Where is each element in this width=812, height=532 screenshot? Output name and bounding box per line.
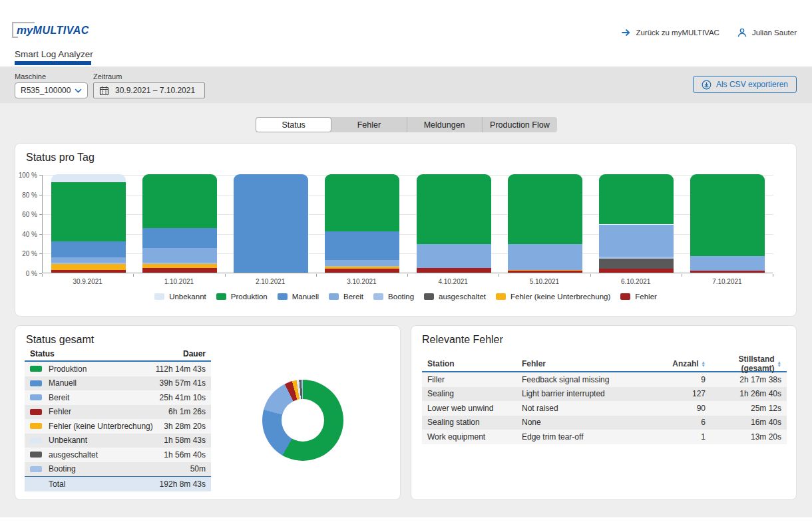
legend-item-unbekannt: Unbekannt <box>154 293 206 301</box>
bar-segment-bereit[interactable] <box>51 257 126 263</box>
legend-item-fehler-keine-unterbrechung: Fehler (keine Unterbrechung) <box>496 293 610 301</box>
status-gesamt-table: StatusDauerProduktion112h 14m 43sManuell… <box>25 347 211 491</box>
legend-swatch-fehler-keine-unterbrechung <box>496 293 506 300</box>
legend-label: Booting <box>388 293 414 301</box>
status-duration: 25h 41m 10s <box>160 393 206 402</box>
bar-segment-fehler[interactable] <box>325 269 399 273</box>
page: myMULTIVAC Zurück zu myMULTIVAC Julian S… <box>0 0 812 532</box>
bar-segment-bereit[interactable] <box>417 244 491 268</box>
machine-value: R535_100000 <box>21 86 71 95</box>
bar-segment-produktion[interactable] <box>325 174 399 231</box>
bar-segment-produktion[interactable] <box>142 174 217 228</box>
bar-segment-manuell[interactable] <box>234 174 308 273</box>
my-multivac-logo: myMULTIVAC <box>15 24 89 41</box>
bar-segment-fehler[interactable] <box>417 268 491 273</box>
cell-stillstand: 16m 40s <box>706 418 787 427</box>
table-row: Lower web unwindNot raised9025m 12s <box>422 401 787 416</box>
tab-fehler[interactable]: Fehler <box>331 117 406 132</box>
status-duration: 1h 58m 43s <box>164 436 206 445</box>
tab-status[interactable]: Status <box>256 117 331 132</box>
header-actions: Zurück zu myMULTIVAC Julian Sauter <box>622 27 797 38</box>
bar-segment-booting[interactable] <box>51 263 126 264</box>
cell-anzahl: 6 <box>652 418 706 427</box>
cell-fehler: Edge trim tear-off <box>522 432 652 442</box>
bar-segment-fehler[interactable] <box>508 271 582 273</box>
bar-segment-produktion[interactable] <box>51 182 126 241</box>
arrow-right-icon <box>622 29 631 37</box>
table-row: Fehler6h 1m 26s <box>25 405 211 420</box>
app-header: myMULTIVAC Zurück zu myMULTIVAC Julian S… <box>0 0 812 66</box>
x-axis-label: 2.10.2021 <box>225 278 316 285</box>
x-axis-label: 4.10.2021 <box>407 278 499 285</box>
y-axis-label: 100 % <box>15 172 37 179</box>
x-axis-label: 3.10.2021 <box>316 278 407 285</box>
table-header: StatusDauer <box>25 347 211 362</box>
y-axis-tick <box>39 253 42 254</box>
column-header-stillstand-gesamt[interactable]: Stillstand (gesamt)▲▼ <box>706 354 787 373</box>
back-to-mymultivac-link[interactable]: Zurück zu myMULTIVAC <box>622 29 719 37</box>
sort-icon[interactable]: ▲▼ <box>777 360 781 367</box>
machine-select[interactable]: R535_100000 <box>15 82 88 98</box>
bar-segment-fehler[interactable] <box>51 270 126 273</box>
x-axis-label: 5.10.2021 <box>499 278 590 285</box>
tab-production-flow[interactable]: Production Flow <box>482 117 557 132</box>
bar-segment-bereit[interactable] <box>690 256 765 271</box>
bar-segment-booting[interactable] <box>599 257 674 259</box>
bar-segment-fehler-keine-unterbrechung[interactable] <box>508 270 582 271</box>
bar-segment-fehler[interactable] <box>690 271 765 273</box>
bar-segment-ausgeschaltet[interactable] <box>599 259 674 269</box>
bar-segment-fehler[interactable] <box>142 268 217 273</box>
bar-segment-produktion[interactable] <box>508 174 582 244</box>
bar-segment-fehler-keine-unterbrechung[interactable] <box>142 264 217 268</box>
y-axis-label: 20 % <box>15 250 37 257</box>
bar-segment-bereit[interactable] <box>599 225 674 257</box>
status-swatch-fehler <box>30 409 42 415</box>
user-menu[interactable]: Julian Sauter <box>737 27 797 38</box>
column-header-anzahl[interactable]: Anzahl▲▼ <box>652 359 706 368</box>
cell-station: Sealing <box>422 389 522 398</box>
cell-station: Work equipment <box>422 432 522 442</box>
bar-segment-manuell[interactable] <box>325 231 399 260</box>
legend-label: Produktion <box>231 293 268 301</box>
card-title-status-pro-tag: Status pro Tag <box>26 152 95 164</box>
legend-item-fehler: Fehler <box>620 293 657 301</box>
bar-segment-fehler-keine-unterbrechung[interactable] <box>325 267 399 269</box>
status-swatch-booting <box>30 466 42 472</box>
cell-fehler: None <box>522 418 652 427</box>
export-csv-button[interactable]: Als CSV exportieren <box>693 76 797 93</box>
bar-segment-produktion[interactable] <box>417 174 491 244</box>
calendar-icon <box>99 86 109 96</box>
bar-segment-bereit[interactable] <box>142 248 217 263</box>
donut-chart[interactable] <box>262 380 343 461</box>
legend-swatch-bereit <box>329 293 339 300</box>
legend-label: Manuell <box>292 293 319 301</box>
bar-segment-unbekannt[interactable] <box>51 174 126 182</box>
table-row: Bereit25h 41m 10s <box>25 390 211 405</box>
bar-segment-fehler-keine-unterbrechung[interactable] <box>51 264 126 270</box>
bar-segment-bereit[interactable] <box>508 244 582 269</box>
column-header-station: Station <box>422 359 522 368</box>
bar-segment-produktion[interactable] <box>690 174 765 256</box>
status-name: Bereit <box>49 393 160 402</box>
total-label: Total <box>49 479 160 489</box>
bar-segment-booting[interactable] <box>325 266 399 267</box>
column-header-label: Fehler <box>522 359 546 368</box>
table-row: Sealing stationNone616m 40s <box>422 416 787 430</box>
bar-segment-manuell[interactable] <box>51 241 126 257</box>
status-pro-tag-card: Status pro Tag 0 %20 %40 %60 %80 %100 %3… <box>15 143 797 317</box>
status-duration: 50m <box>190 464 206 473</box>
bar-segment-booting[interactable] <box>142 263 217 263</box>
download-icon <box>702 80 711 90</box>
bar-segment-fehler[interactable] <box>599 269 674 273</box>
status-name: Fehler <box>49 407 168 416</box>
status-gesamt-card: Status gesamt StatusDauerProduktion112h … <box>15 325 401 500</box>
legend-swatch-fehler <box>620 293 630 300</box>
bar-segment-produktion[interactable] <box>599 174 674 224</box>
bar-segment-bereit[interactable] <box>325 260 399 266</box>
tab-meldungen[interactable]: Meldungen <box>407 117 482 132</box>
status-swatch-fehler-keine-unterbrechung <box>30 423 42 429</box>
bar-segment-manuell[interactable] <box>142 228 217 248</box>
tab-smart-log-analyzer[interactable]: Smart Log Analyzer <box>15 49 93 59</box>
period-input[interactable]: 30.9.2021 – 7.10.2021 <box>93 82 205 98</box>
status-name: Produktion <box>49 364 156 374</box>
